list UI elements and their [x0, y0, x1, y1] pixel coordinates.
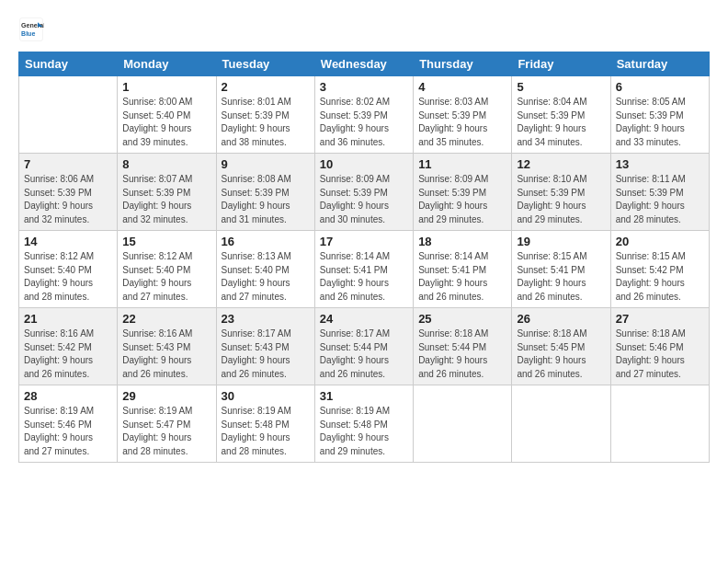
- calendar-cell: 27Sunrise: 8:18 AM Sunset: 5:46 PM Dayli…: [610, 308, 709, 385]
- day-number: 22: [122, 312, 210, 326]
- day-info: Sunrise: 8:19 AM Sunset: 5:48 PM Dayligh…: [320, 405, 408, 458]
- day-info: Sunrise: 8:13 AM Sunset: 5:40 PM Dayligh…: [222, 250, 310, 304]
- day-info: Sunrise: 8:19 AM Sunset: 5:46 PM Dayligh…: [24, 405, 112, 458]
- calendar-cell: 24Sunrise: 8:17 AM Sunset: 5:44 PM Dayli…: [314, 308, 413, 385]
- day-info: Sunrise: 8:17 AM Sunset: 5:44 PM Dayligh…: [320, 327, 408, 381]
- day-info: Sunrise: 8:03 AM Sunset: 5:39 PM Dayligh…: [418, 96, 506, 149]
- calendar-cell: 28Sunrise: 8:19 AM Sunset: 5:46 PM Dayli…: [19, 385, 118, 463]
- calendar-cell: [610, 385, 709, 463]
- day-info: Sunrise: 8:02 AM Sunset: 5:39 PM Dayligh…: [320, 96, 408, 149]
- calendar-header-row: SundayMondayTuesdayWednesdayThursdayFrid…: [19, 52, 710, 76]
- calendar-cell: 7Sunrise: 8:06 AM Sunset: 5:39 PM Daylig…: [19, 154, 118, 231]
- calendar-cell: [414, 385, 512, 463]
- day-info: Sunrise: 8:18 AM Sunset: 5:44 PM Dayligh…: [418, 327, 506, 381]
- logo: General Blue: [18, 17, 44, 42]
- weekday-header-wednesday: Wednesday: [314, 52, 413, 76]
- day-number: 17: [320, 235, 408, 248]
- day-info: Sunrise: 8:11 AM Sunset: 5:39 PM Dayligh…: [616, 173, 704, 226]
- day-number: 20: [616, 235, 704, 248]
- day-info: Sunrise: 8:16 AM Sunset: 5:42 PM Dayligh…: [24, 327, 112, 381]
- day-number: 6: [616, 80, 704, 94]
- day-info: Sunrise: 8:19 AM Sunset: 5:48 PM Dayligh…: [222, 405, 310, 458]
- day-number: 9: [222, 157, 310, 171]
- calendar-cell: 22Sunrise: 8:16 AM Sunset: 5:43 PM Dayli…: [118, 308, 216, 385]
- page: General Blue SundayMondayTuesdayWednesda…: [0, 0, 728, 563]
- day-number: 3: [320, 80, 408, 94]
- day-number: 19: [517, 235, 605, 248]
- svg-rect-0: [20, 18, 43, 41]
- calendar-cell: 16Sunrise: 8:13 AM Sunset: 5:40 PM Dayli…: [216, 231, 314, 308]
- calendar-cell: 9Sunrise: 8:08 AM Sunset: 5:39 PM Daylig…: [216, 154, 314, 231]
- calendar-cell: 20Sunrise: 8:15 AM Sunset: 5:42 PM Dayli…: [610, 231, 709, 308]
- day-number: 8: [122, 157, 210, 171]
- day-info: Sunrise: 8:14 AM Sunset: 5:41 PM Dayligh…: [320, 250, 408, 304]
- calendar-cell: 26Sunrise: 8:18 AM Sunset: 5:45 PM Dayli…: [512, 308, 610, 385]
- day-info: Sunrise: 8:04 AM Sunset: 5:39 PM Dayligh…: [517, 96, 605, 149]
- calendar-cell: 29Sunrise: 8:19 AM Sunset: 5:47 PM Dayli…: [118, 385, 216, 463]
- weekday-header-tuesday: Tuesday: [216, 52, 314, 76]
- day-number: 21: [24, 312, 112, 326]
- calendar-cell: 12Sunrise: 8:10 AM Sunset: 5:39 PM Dayli…: [512, 154, 610, 231]
- calendar-week-row: 28Sunrise: 8:19 AM Sunset: 5:46 PM Dayli…: [19, 385, 710, 463]
- day-number: 7: [24, 157, 112, 171]
- header: General Blue: [18, 17, 710, 42]
- day-number: 5: [517, 80, 605, 94]
- day-info: Sunrise: 8:16 AM Sunset: 5:43 PM Dayligh…: [122, 327, 210, 381]
- calendar-week-row: 7Sunrise: 8:06 AM Sunset: 5:39 PM Daylig…: [19, 154, 710, 231]
- day-number: 18: [418, 235, 506, 248]
- calendar-week-row: 1Sunrise: 8:00 AM Sunset: 5:40 PM Daylig…: [19, 76, 710, 154]
- calendar-cell: 18Sunrise: 8:14 AM Sunset: 5:41 PM Dayli…: [414, 231, 512, 308]
- calendar-cell: 2Sunrise: 8:01 AM Sunset: 5:39 PM Daylig…: [216, 76, 314, 154]
- calendar-cell: 10Sunrise: 8:09 AM Sunset: 5:39 PM Dayli…: [314, 154, 413, 231]
- day-info: Sunrise: 8:09 AM Sunset: 5:39 PM Dayligh…: [418, 173, 506, 226]
- calendar-cell: 31Sunrise: 8:19 AM Sunset: 5:48 PM Dayli…: [314, 385, 413, 463]
- day-number: 15: [122, 235, 210, 248]
- weekday-header-thursday: Thursday: [414, 52, 512, 76]
- day-info: Sunrise: 8:14 AM Sunset: 5:41 PM Dayligh…: [418, 250, 506, 304]
- calendar-cell: 4Sunrise: 8:03 AM Sunset: 5:39 PM Daylig…: [414, 76, 512, 154]
- day-info: Sunrise: 8:07 AM Sunset: 5:39 PM Dayligh…: [122, 173, 210, 226]
- calendar-cell: 23Sunrise: 8:17 AM Sunset: 5:43 PM Dayli…: [216, 308, 314, 385]
- day-info: Sunrise: 8:15 AM Sunset: 5:41 PM Dayligh…: [517, 250, 605, 304]
- day-number: 27: [616, 312, 704, 326]
- calendar-cell: 8Sunrise: 8:07 AM Sunset: 5:39 PM Daylig…: [118, 154, 216, 231]
- calendar-cell: 13Sunrise: 8:11 AM Sunset: 5:39 PM Dayli…: [610, 154, 709, 231]
- day-number: 30: [222, 389, 310, 403]
- calendar-week-row: 21Sunrise: 8:16 AM Sunset: 5:42 PM Dayli…: [19, 308, 710, 385]
- calendar-cell: [512, 385, 610, 463]
- calendar-cell: 15Sunrise: 8:12 AM Sunset: 5:40 PM Dayli…: [118, 231, 216, 308]
- calendar-cell: 21Sunrise: 8:16 AM Sunset: 5:42 PM Dayli…: [19, 308, 118, 385]
- day-info: Sunrise: 8:09 AM Sunset: 5:39 PM Dayligh…: [320, 173, 408, 226]
- day-info: Sunrise: 8:05 AM Sunset: 5:39 PM Dayligh…: [616, 96, 704, 149]
- day-info: Sunrise: 8:12 AM Sunset: 5:40 PM Dayligh…: [122, 250, 210, 304]
- weekday-header-monday: Monday: [118, 52, 216, 76]
- weekday-header-sunday: Sunday: [19, 52, 118, 76]
- day-info: Sunrise: 8:15 AM Sunset: 5:42 PM Dayligh…: [616, 250, 704, 304]
- calendar-week-row: 14Sunrise: 8:12 AM Sunset: 5:40 PM Dayli…: [19, 231, 710, 308]
- day-info: Sunrise: 8:01 AM Sunset: 5:39 PM Dayligh…: [222, 96, 310, 149]
- calendar-cell: 25Sunrise: 8:18 AM Sunset: 5:44 PM Dayli…: [414, 308, 512, 385]
- day-number: 11: [418, 157, 506, 171]
- day-number: 12: [517, 157, 605, 171]
- day-info: Sunrise: 8:08 AM Sunset: 5:39 PM Dayligh…: [222, 173, 310, 226]
- day-number: 24: [320, 312, 408, 326]
- day-number: 4: [418, 80, 506, 94]
- day-number: 26: [517, 312, 605, 326]
- calendar-cell: 14Sunrise: 8:12 AM Sunset: 5:40 PM Dayli…: [19, 231, 118, 308]
- calendar-cell: 5Sunrise: 8:04 AM Sunset: 5:39 PM Daylig…: [512, 76, 610, 154]
- weekday-header-friday: Friday: [512, 52, 610, 76]
- calendar-cell: 30Sunrise: 8:19 AM Sunset: 5:48 PM Dayli…: [216, 385, 314, 463]
- day-number: 10: [320, 157, 408, 171]
- day-number: 16: [222, 235, 310, 248]
- day-info: Sunrise: 8:06 AM Sunset: 5:39 PM Dayligh…: [24, 173, 112, 226]
- day-number: 25: [418, 312, 506, 326]
- calendar-table: SundayMondayTuesdayWednesdayThursdayFrid…: [18, 52, 710, 463]
- svg-text:Blue: Blue: [21, 30, 35, 37]
- day-number: 1: [122, 80, 210, 94]
- day-number: 13: [616, 157, 704, 171]
- day-info: Sunrise: 8:18 AM Sunset: 5:46 PM Dayligh…: [616, 327, 704, 381]
- day-info: Sunrise: 8:12 AM Sunset: 5:40 PM Dayligh…: [24, 250, 112, 304]
- calendar-cell: [19, 76, 118, 154]
- calendar-cell: 3Sunrise: 8:02 AM Sunset: 5:39 PM Daylig…: [314, 76, 413, 154]
- day-number: 31: [320, 389, 408, 403]
